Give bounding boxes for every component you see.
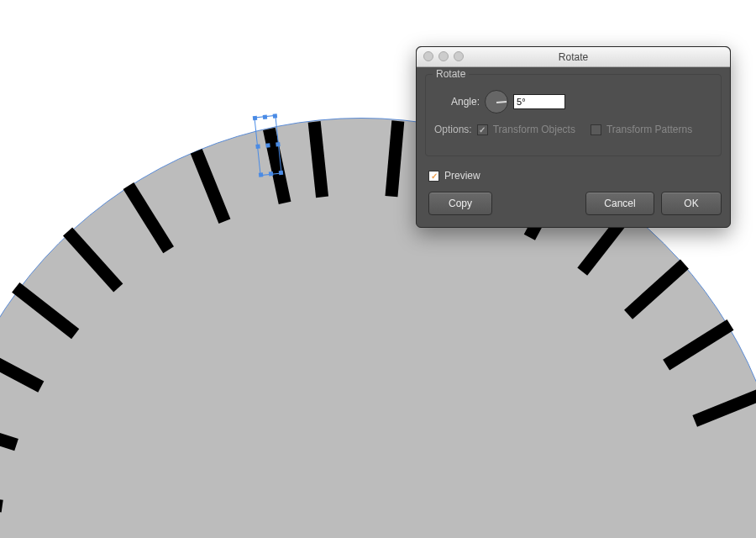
window-controls[interactable] — [423, 51, 464, 61]
zoom-icon — [454, 51, 464, 61]
copy-button[interactable]: Copy — [428, 192, 492, 215]
preview-row: Preview — [417, 165, 730, 192]
angle-input[interactable] — [513, 94, 565, 109]
ok-button[interactable]: OK — [661, 192, 722, 215]
rotate-dialog: Rotate Rotate Angle: Options: Transform … — [416, 46, 731, 228]
options-row: Options: Transform Objects Transform Pat… — [434, 124, 712, 135]
dialog-titlebar[interactable]: Rotate — [417, 47, 730, 67]
transform-patterns-checkbox[interactable] — [591, 124, 601, 135]
transform-objects-checkbox[interactable] — [477, 124, 488, 135]
dialog-button-row: Copy Cancel OK — [417, 192, 730, 227]
transform-objects-label: Transform Objects — [493, 124, 575, 135]
transform-patterns-label: Transform Patterns — [606, 124, 692, 135]
preview-label: Preview — [444, 170, 480, 182]
rotate-fieldset: Rotate Angle: Options: Transform Objects… — [425, 74, 722, 156]
minimize-icon — [438, 51, 449, 61]
preview-checkbox[interactable] — [428, 171, 439, 182]
close-icon — [423, 51, 433, 61]
options-label: Options: — [434, 124, 472, 135]
angle-dial[interactable] — [485, 90, 508, 113]
fieldset-label: Rotate — [433, 68, 469, 80]
cancel-button[interactable]: Cancel — [585, 192, 654, 215]
dialog-title: Rotate — [559, 51, 588, 63]
angle-label: Angle: — [451, 96, 480, 108]
angle-row: Angle: — [434, 90, 712, 113]
